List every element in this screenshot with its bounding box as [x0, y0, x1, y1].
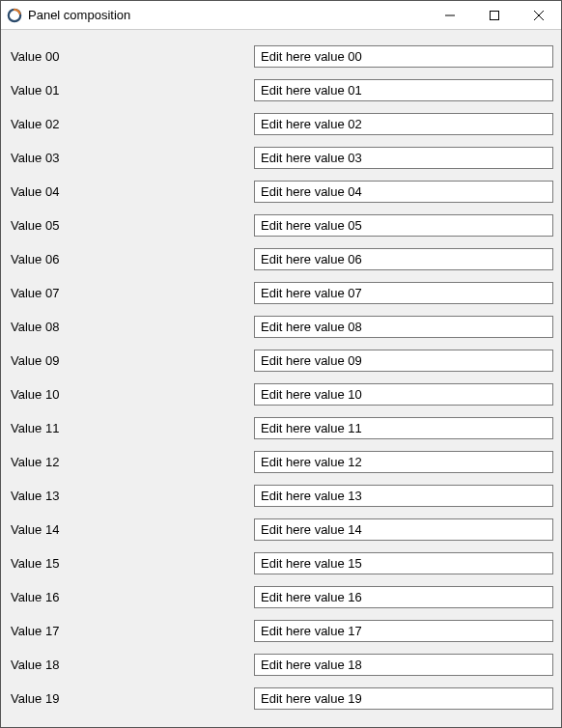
- value-field: [254, 214, 553, 237]
- form-row: Value 17: [11, 614, 553, 648]
- value-field: [254, 45, 553, 68]
- value-input[interactable]: [254, 451, 553, 473]
- value-label: Value 12: [11, 455, 254, 469]
- window-titlebar: Panel composition: [1, 1, 561, 30]
- value-label: Value 15: [11, 556, 254, 571]
- value-field: [254, 181, 553, 203]
- close-button[interactable]: [517, 1, 561, 29]
- window-controls: [428, 1, 561, 29]
- value-field: [254, 79, 553, 101]
- svg-rect-2: [491, 11, 499, 19]
- value-field: [254, 316, 553, 338]
- form-row: Value 03: [11, 141, 553, 175]
- form-row: Value 02: [11, 107, 553, 141]
- value-input[interactable]: [254, 518, 553, 541]
- value-label: Value 03: [11, 151, 254, 165]
- value-label: Value 08: [11, 320, 254, 334]
- value-input[interactable]: [254, 147, 553, 169]
- value-label: Value 16: [11, 590, 254, 604]
- value-input[interactable]: [254, 620, 553, 642]
- value-input[interactable]: [254, 687, 553, 710]
- value-field: [254, 282, 553, 304]
- form-row: Value 15: [11, 546, 553, 580]
- value-input[interactable]: [254, 248, 553, 270]
- panel-content: Value 00Value 01Value 02Value 03Value 04…: [1, 30, 561, 727]
- value-label: Value 04: [11, 184, 254, 199]
- form-row: Value 12: [11, 445, 553, 479]
- value-field: [254, 147, 553, 169]
- value-input[interactable]: [254, 316, 553, 338]
- value-field: [254, 586, 553, 608]
- value-label: Value 05: [11, 218, 254, 233]
- form-row: Value 08: [11, 310, 553, 344]
- value-label: Value 07: [11, 286, 254, 300]
- value-field: [254, 485, 553, 507]
- value-input[interactable]: [254, 350, 553, 372]
- value-label: Value 19: [11, 691, 254, 706]
- value-label: Value 01: [11, 83, 254, 98]
- form-row: Value 18: [11, 648, 553, 682]
- value-input[interactable]: [254, 282, 553, 304]
- window-title: Panel composition: [28, 8, 428, 22]
- value-field: [254, 417, 553, 439]
- value-label: Value 10: [11, 387, 254, 402]
- value-field: [254, 383, 553, 406]
- value-label: Value 17: [11, 624, 254, 638]
- value-input[interactable]: [254, 45, 553, 68]
- value-input[interactable]: [254, 79, 553, 101]
- value-field: [254, 552, 553, 574]
- value-field: [254, 687, 553, 710]
- form-row: Value 11: [11, 411, 553, 445]
- value-field: [254, 248, 553, 270]
- value-field: [254, 620, 553, 642]
- value-label: Value 00: [11, 49, 254, 64]
- form-row: Value 00: [11, 40, 553, 73]
- value-label: Value 02: [11, 117, 254, 131]
- minimize-button[interactable]: [428, 1, 472, 29]
- value-label: Value 11: [11, 421, 254, 435]
- value-label: Value 06: [11, 252, 254, 266]
- value-label: Value 18: [11, 658, 254, 672]
- form-row: Value 05: [11, 209, 553, 242]
- value-field: [254, 518, 553, 541]
- value-input[interactable]: [254, 485, 553, 507]
- form-row: Value 14: [11, 513, 553, 546]
- form-row: Value 09: [11, 344, 553, 378]
- form-row: Value 16: [11, 580, 553, 614]
- value-input[interactable]: [254, 552, 553, 574]
- form-row: Value 13: [11, 479, 553, 513]
- form-row: Value 19: [11, 682, 553, 715]
- value-input[interactable]: [254, 654, 553, 676]
- maximize-button[interactable]: [472, 1, 517, 29]
- value-label: Value 14: [11, 522, 254, 537]
- value-field: [254, 654, 553, 676]
- form-row: Value 04: [11, 175, 553, 209]
- value-input[interactable]: [254, 113, 553, 135]
- value-field: [254, 350, 553, 372]
- value-input[interactable]: [254, 417, 553, 439]
- value-field: [254, 451, 553, 473]
- form-row: Value 10: [11, 378, 553, 411]
- form-row: Value 01: [11, 73, 553, 107]
- value-label: Value 13: [11, 489, 254, 503]
- value-input[interactable]: [254, 181, 553, 203]
- value-label: Value 09: [11, 353, 254, 368]
- app-icon: [7, 8, 22, 23]
- form-row: Value 07: [11, 276, 553, 310]
- value-input[interactable]: [254, 383, 553, 406]
- value-field: [254, 113, 553, 135]
- form-row: Value 06: [11, 242, 553, 276]
- value-input[interactable]: [254, 214, 553, 237]
- value-input[interactable]: [254, 586, 553, 608]
